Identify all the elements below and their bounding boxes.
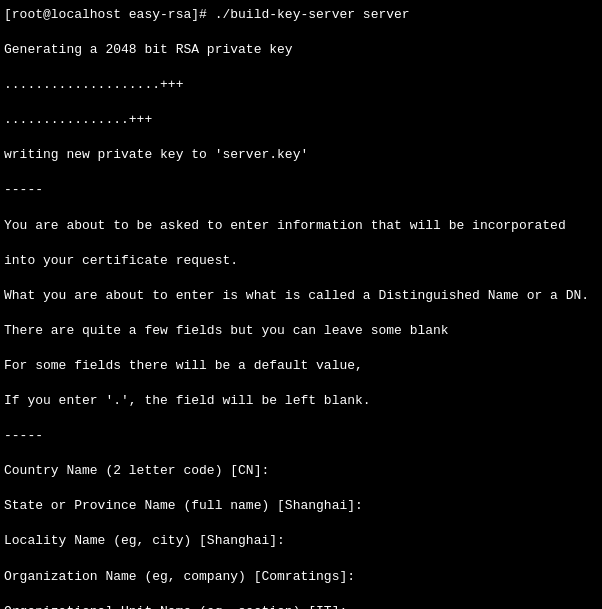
terminal-line: into your certificate request. [4,252,598,270]
terminal-line: Organization Name (eg, company) [Comrati… [4,568,598,586]
terminal-line: Organizational Unit Name (eg, section) [… [4,603,598,609]
terminal-line: ....................+++ [4,76,598,94]
terminal-line: Country Name (2 letter code) [CN]: [4,462,598,480]
terminal-window: [root@localhost easy-rsa]# ./build-key-s… [0,0,602,609]
terminal-line: You are about to be asked to enter infor… [4,217,598,235]
terminal-line: State or Province Name (full name) [Shan… [4,497,598,515]
terminal-line: [root@localhost easy-rsa]# ./build-key-s… [4,6,598,24]
terminal-line: Generating a 2048 bit RSA private key [4,41,598,59]
terminal-line: If you enter '.', the field will be left… [4,392,598,410]
terminal-line: ----- [4,181,598,199]
terminal-line: For some fields there will be a default … [4,357,598,375]
terminal-line: What you are about to enter is what is c… [4,287,598,305]
terminal-line: writing new private key to 'server.key' [4,146,598,164]
terminal-line: ................+++ [4,111,598,129]
terminal-line: Locality Name (eg, city) [Shanghai]: [4,532,598,550]
terminal-line: There are quite a few fields but you can… [4,322,598,340]
terminal-line: ----- [4,427,598,445]
